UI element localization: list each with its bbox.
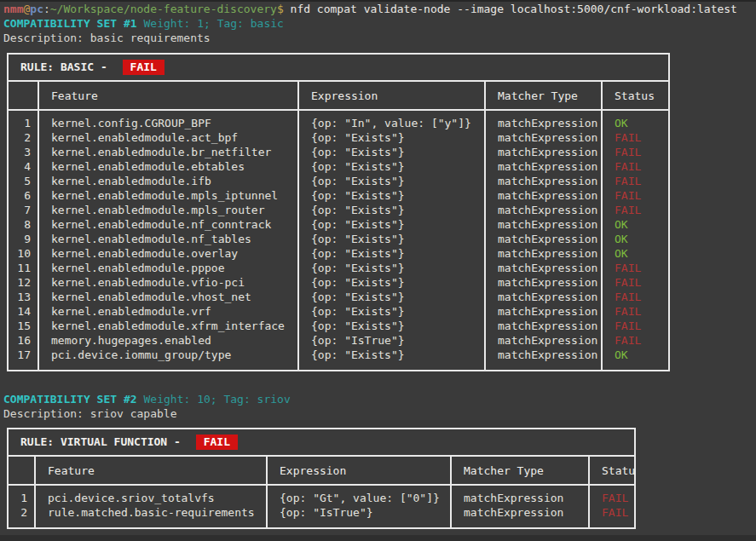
row-number-cell: 12 (9, 275, 38, 290)
table-row: 1pci.device.sriov_totalvfs{op: "Gt", val… (9, 486, 634, 505)
feature-cell: pci.device.iommu_group/type (38, 348, 297, 370)
compat-set-2-description: Description: sriov capable (0, 406, 756, 421)
table-row: 12kernel.enabledmodule.vfio-pci{op: "Exi… (9, 275, 668, 290)
status-cell: OK (601, 217, 668, 232)
feature-cell: kernel.enabledmodule.mpls_router (38, 203, 297, 217)
feature-cell: kernel.enabledmodule.act_bpf (38, 130, 297, 145)
compat-set-1-meta: Weight: 1; Tag: basic (144, 17, 284, 30)
compat-set-2-title: COMPATIBILITY SET #2 (3, 393, 137, 406)
row-number-cell: 9 (9, 232, 38, 246)
feature-cell: kernel.enabledmodule.nf_conntrack (38, 217, 297, 232)
status-cell: OK (601, 111, 668, 130)
feature-cell: kernel.enabledmodule.overlay (38, 246, 297, 261)
status-cell: FAIL (601, 304, 668, 319)
status-cell: OK (601, 348, 668, 370)
command-text: nfd compat validate-node --image localho… (291, 3, 737, 15)
row-number-cell: 14 (9, 304, 38, 319)
status-column-header: Status (601, 82, 668, 111)
status-cell: OK (601, 246, 668, 261)
rule-virtual-function-table: RULE: VIRTUAL FUNCTION - FAIL Feature Ex… (7, 428, 636, 529)
table-row: 9kernel.enabledmodule.nf_tables{op: "Exi… (9, 232, 668, 246)
row-number-cell: 1 (9, 486, 34, 505)
compat-set-1-title: COMPATIBILITY SET #1 (3, 17, 137, 30)
table-row: 5kernel.enabledmodule.ifb{op: "Exists"}m… (9, 174, 668, 188)
compat-set-1-description: Description: basic requirements (0, 31, 756, 45)
feature-cell: memory.hugepages.enabled (38, 333, 297, 348)
feature-cell: kernel.enabledmodule.ifb (38, 174, 297, 188)
table-row: 3kernel.enabledmodule.br_netfilter{op: "… (9, 145, 668, 159)
table-row: 4kernel.enabledmodule.ebtables{op: "Exis… (9, 159, 668, 174)
expression-cell: {op: "IsTrue"} (266, 505, 450, 527)
feature-column-header: Feature (34, 457, 266, 486)
table-row: 2kernel.enabledmodule.act_bpf{op: "Exist… (9, 130, 668, 145)
terminal-bottom-edge (0, 535, 756, 541)
expression-cell: {op: "Exists"} (297, 159, 484, 174)
matcher-type-cell: matchExpression (484, 246, 601, 261)
status-cell: FAIL (601, 333, 668, 348)
table-row: 16memory.hugepages.enabled{op: "IsTrue"}… (9, 333, 668, 348)
feature-cell: kernel.enabledmodule.vhost_net (38, 290, 297, 304)
status-cell: FAIL (601, 174, 668, 188)
matcher-type-cell: matchExpression (484, 203, 601, 217)
row-number-cell: 7 (9, 203, 38, 217)
expression-cell: {op: "Exists"} (297, 217, 484, 232)
expression-cell: {op: "Exists"} (297, 348, 484, 370)
rule-header-row: RULE: BASIC - FAIL (9, 55, 668, 82)
status-cell: OK (601, 232, 668, 246)
compat-set-2-meta: Weight: 10; Tag: sriov (144, 393, 291, 406)
row-number-cell: 8 (9, 217, 38, 232)
rule-title-cell: RULE: BASIC - FAIL (9, 55, 668, 82)
expression-cell: {op: "IsTrue"} (297, 333, 484, 348)
expression-cell: {op: "Exists"} (297, 319, 484, 333)
row-number-cell: 13 (9, 290, 38, 304)
expression-cell: {op: "Exists"} (297, 290, 484, 304)
matcher-type-cell: matchExpression (484, 111, 601, 130)
matcher-type-cell: matchExpression (484, 261, 601, 275)
status-cell: FAIL (588, 486, 634, 505)
row-number-cell: 16 (9, 333, 38, 348)
rule-basic-table: RULE: BASIC - FAIL Feature Expression Ma… (7, 53, 670, 371)
row-number-cell: 17 (9, 348, 38, 370)
status-cell: FAIL (601, 275, 668, 290)
row-number-cell: 4 (9, 159, 38, 174)
feature-cell: kernel.enabledmodule.mpls_iptunnel (38, 188, 297, 203)
expression-cell: {op: "In", value: ["y"]} (297, 111, 484, 130)
matcher-type-cell: matchExpression (484, 145, 601, 159)
matcher-type-cell: matchExpression (450, 486, 588, 505)
feature-cell: kernel.enabledmodule.vfio-pci (38, 275, 297, 290)
status-cell: FAIL (601, 319, 668, 333)
expression-cell: {op: "Exists"} (297, 246, 484, 261)
matcher-type-cell: matchExpression (484, 304, 601, 319)
row-number-cell: 2 (9, 505, 34, 527)
status-cell: FAIL (601, 145, 668, 159)
table-row: 11kernel.enabledmodule.pppoe{op: "Exists… (9, 261, 668, 275)
rule-status-badge: FAIL (196, 435, 238, 450)
matcher-type-cell: matchExpression (484, 348, 601, 370)
column-header-row: Feature Expression Matcher Type Status (9, 457, 634, 486)
row-number-cell: 6 (9, 188, 38, 203)
feature-cell: kernel.enabledmodule.xfrm_interface (38, 319, 297, 333)
matcher-type-cell: matchExpression (484, 159, 601, 174)
expression-cell: {op: "Exists"} (297, 130, 484, 145)
table-row: 1kernel.config.CGROUP_BPF{op: "In", valu… (9, 111, 668, 130)
matcher-type-cell: matchExpression (484, 130, 601, 145)
table-row: 14kernel.enabledmodule.vrf{op: "Exists"}… (9, 304, 668, 319)
row-number-cell: 15 (9, 319, 38, 333)
feature-column-header: Feature (38, 82, 297, 111)
status-cell: FAIL (588, 505, 634, 527)
rule-title-cell: RULE: VIRTUAL FUNCTION - FAIL (9, 429, 634, 457)
status-cell: FAIL (601, 203, 668, 217)
expression-cell: {op: "Exists"} (297, 174, 484, 188)
matcher-type-cell: matchExpression (484, 232, 601, 246)
prompt-line: nmm@pc:~/Workspace/node-feature-discover… (0, 2, 756, 16)
terminal-output: nmm@pc:~/Workspace/node-feature-discover… (0, 2, 756, 529)
prompt-hostname: pc (30, 3, 43, 15)
status-cell: FAIL (601, 188, 668, 203)
status-column-header: Status (588, 457, 634, 486)
prompt-path: ~/Workspace/node-feature-discovery (50, 3, 277, 15)
table-row: 15kernel.enabledmodule.xfrm_interface{op… (9, 319, 668, 333)
feature-cell: kernel.config.CGROUP_BPF (38, 111, 297, 130)
matcher-type-column-header: Matcher Type (484, 82, 601, 111)
table-row: 2rule.matched.basic-requirements{op: "Is… (9, 505, 634, 527)
row-number-column-header (9, 457, 34, 486)
